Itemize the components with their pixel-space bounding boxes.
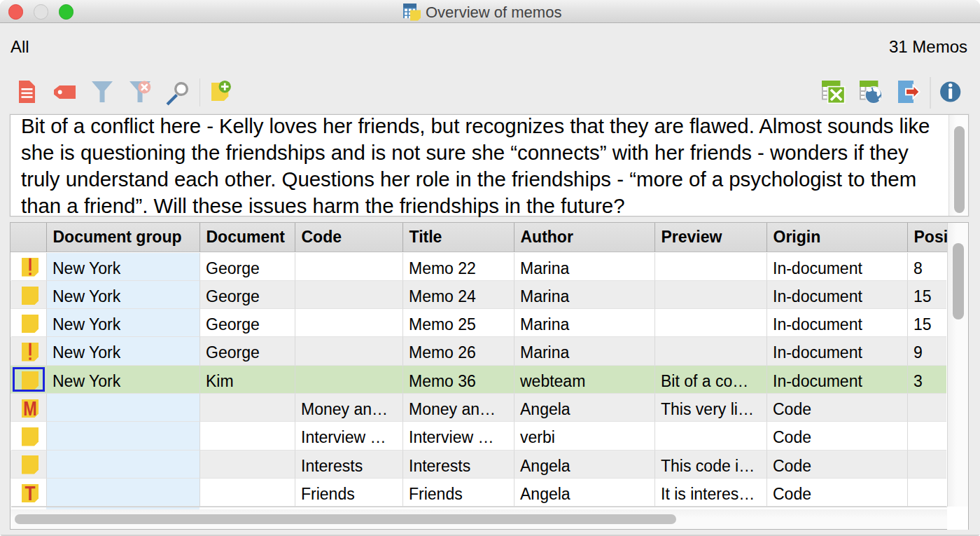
svg-text:T: T xyxy=(25,484,36,503)
svg-text:M: M xyxy=(23,399,37,418)
